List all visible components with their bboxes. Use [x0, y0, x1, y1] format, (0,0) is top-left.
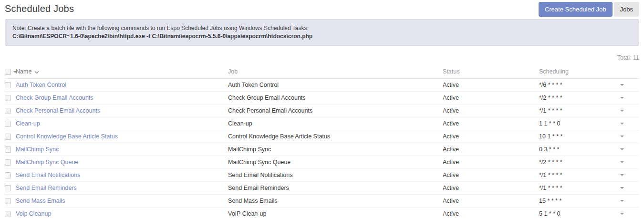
- scheduling-cell: */1 * * * *: [539, 181, 620, 194]
- row-checkbox[interactable]: [5, 185, 11, 191]
- row-actions-cell: [620, 143, 639, 156]
- table-row: Check Group Email Accounts Check Group E…: [5, 91, 639, 104]
- job-name-cell: MailChimp Sync Queue: [16, 156, 228, 168]
- row-checkbox[interactable]: [5, 121, 11, 127]
- total-count: Total: 11: [5, 53, 639, 62]
- row-actions-caret-icon[interactable]: [620, 161, 624, 163]
- job-name-cell: Send Email Notifications: [16, 168, 228, 181]
- row-checkbox-cell: [5, 207, 16, 219]
- table-row: MailChimp Sync Queue MailChimp Sync Queu…: [5, 156, 639, 168]
- table-row: Send Mass Emails Send Mass Emails Active…: [5, 194, 639, 207]
- row-checkbox-cell: [5, 91, 16, 104]
- select-all-checkbox[interactable]: [5, 69, 11, 75]
- job-name-link[interactable]: Clean-up: [16, 120, 40, 127]
- row-checkbox-cell: [5, 130, 16, 143]
- scheduling-cell: 5 1 * * 0: [539, 207, 620, 219]
- table-row: Send Email Notifications Send Email Noti…: [5, 168, 639, 181]
- job-cell: Clean-up: [228, 117, 443, 130]
- job-name-cell: Voip Cleanup: [16, 207, 228, 219]
- row-checkbox[interactable]: [5, 146, 11, 153]
- row-actions-caret-icon[interactable]: [620, 136, 624, 137]
- row-actions-cell: [620, 130, 639, 143]
- column-header-job[interactable]: Job: [228, 65, 443, 78]
- table-row: Control Knowledge Base Article Status Co…: [5, 130, 639, 143]
- scheduling-cell: 0 3 * * *: [539, 143, 620, 156]
- scheduling-cell: */1 * * * *: [539, 168, 620, 181]
- row-actions-cell: [620, 181, 639, 194]
- job-name-link[interactable]: Send Mass Emails: [16, 198, 65, 204]
- row-actions-caret-icon[interactable]: [620, 174, 624, 176]
- row-actions-cell: [620, 194, 639, 207]
- status-cell: Active: [443, 130, 539, 143]
- status-cell: Active: [443, 117, 539, 130]
- column-header-status[interactable]: Status: [443, 65, 539, 78]
- job-name-link[interactable]: Check Group Email Accounts: [16, 94, 93, 101]
- row-checkbox-cell: [5, 104, 16, 117]
- row-checkbox[interactable]: [5, 159, 11, 166]
- job-cell: Send Email Reminders: [228, 181, 443, 194]
- row-checkbox[interactable]: [5, 211, 11, 217]
- job-cell: VoIP Clean-up: [228, 207, 443, 219]
- job-cell: MailChimp Sync: [228, 143, 443, 156]
- column-header-name[interactable]: Name: [16, 65, 228, 78]
- scheduled-jobs-table: Name Job Status Scheduling Auth Token Co…: [5, 65, 639, 219]
- row-actions-caret-icon[interactable]: [620, 213, 624, 215]
- status-cell: Active: [443, 78, 539, 91]
- status-cell: Active: [443, 104, 539, 117]
- row-actions-caret-icon[interactable]: [620, 84, 624, 86]
- column-header-scheduling[interactable]: Scheduling: [539, 65, 620, 78]
- job-cell: Control Knowledge Base Article Status: [228, 130, 443, 143]
- job-name-link[interactable]: Send Email Notifications: [16, 172, 80, 178]
- create-scheduled-job-button[interactable]: Create Scheduled Job: [539, 2, 613, 17]
- table-header-row: Name Job Status Scheduling: [5, 65, 639, 78]
- row-checkbox[interactable]: [5, 82, 11, 88]
- table-row: Send Email Reminders Send Email Reminder…: [5, 181, 639, 194]
- job-name-link[interactable]: Auth Token Control: [16, 82, 66, 88]
- job-cell: Check Group Email Accounts: [228, 91, 443, 104]
- sort-chevron-down-icon[interactable]: [34, 69, 39, 75]
- row-checkbox[interactable]: [5, 134, 11, 140]
- page-header: Scheduled Jobs Create Scheduled Job Jobs: [5, 0, 639, 17]
- table-row: Auth Token Control Auth Token Control Ac…: [5, 78, 639, 91]
- scheduling-cell: */2 * * * *: [539, 156, 620, 168]
- note-command-path: C:\Bitnami\ESPOCR~1.6-0\apache2\bin\http…: [12, 32, 632, 41]
- row-checkbox-cell: [5, 156, 16, 168]
- job-cell: Check Personal Email Accounts: [228, 104, 443, 117]
- row-actions-caret-icon[interactable]: [620, 187, 624, 189]
- table-row: Clean-up Clean-up Active 1 1 * * 0: [5, 117, 639, 130]
- job-name-link[interactable]: MailChimp Sync: [16, 146, 59, 153]
- job-name-link[interactable]: Control Knowledge Base Article Status: [16, 133, 118, 140]
- row-checkbox[interactable]: [5, 198, 11, 204]
- row-actions-cell: [620, 91, 639, 104]
- job-name-cell: Send Mass Emails: [16, 194, 228, 207]
- status-cell: Active: [443, 168, 539, 181]
- job-cell: Send Mass Emails: [228, 194, 443, 207]
- job-name-link[interactable]: MailChimp Sync Queue: [16, 159, 78, 166]
- note-text: Note: Create a batch file with the follo…: [12, 24, 632, 32]
- row-actions-cell: [620, 117, 639, 130]
- row-checkbox[interactable]: [5, 172, 11, 178]
- jobs-button[interactable]: Jobs: [614, 2, 639, 17]
- job-name-cell: Control Knowledge Base Article Status: [16, 130, 228, 143]
- row-actions-caret-icon[interactable]: [620, 200, 624, 202]
- row-checkbox-cell: [5, 143, 16, 156]
- scheduling-cell: 1 1 * * 0: [539, 117, 620, 130]
- scheduling-cell: */1 * * * *: [539, 104, 620, 117]
- job-name-cell: Check Personal Email Accounts: [16, 104, 228, 117]
- table-row: MailChimp Sync MailChimp Sync Active 0 3…: [5, 143, 639, 156]
- select-all-cell: [5, 65, 16, 78]
- row-actions-caret-icon[interactable]: [620, 123, 624, 125]
- status-cell: Active: [443, 91, 539, 104]
- row-checkbox[interactable]: [5, 95, 11, 101]
- row-actions-caret-icon[interactable]: [620, 148, 624, 150]
- header-button-group: Create Scheduled Job Jobs: [539, 2, 639, 17]
- status-cell: Active: [443, 207, 539, 219]
- job-name-cell: Check Group Email Accounts: [16, 91, 228, 104]
- row-actions-caret-icon[interactable]: [620, 110, 624, 112]
- job-name-link[interactable]: Send Email Reminders: [16, 185, 77, 191]
- job-name-link[interactable]: Check Personal Email Accounts: [16, 107, 100, 114]
- job-name-link[interactable]: Voip Cleanup: [16, 210, 51, 217]
- row-checkbox[interactable]: [5, 108, 11, 114]
- row-actions-caret-icon[interactable]: [620, 97, 624, 99]
- row-actions-cell: [620, 168, 639, 181]
